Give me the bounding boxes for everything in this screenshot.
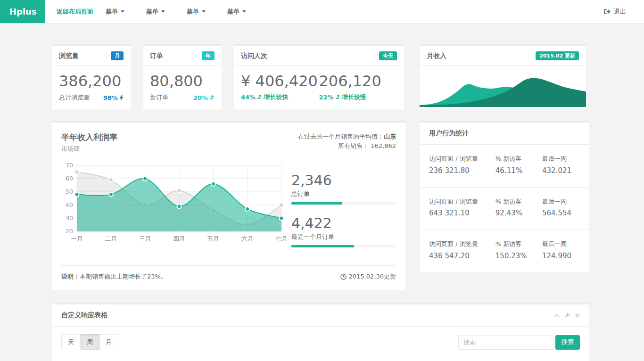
brand-logo[interactable]: Hplus: [0, 0, 45, 23]
stat-card-orders-label: 新订单: [150, 93, 168, 102]
close-icon[interactable]: [575, 313, 580, 318]
chart-subtitle: 市场部: [61, 145, 117, 153]
svg-text:30: 30: [66, 214, 73, 222]
table-panel-title: 自定义响应表格: [61, 311, 107, 320]
nav-menu-4[interactable]: 菜单: [227, 8, 246, 16]
pages-views-label: 访问页面 / 浏览量: [429, 197, 495, 206]
stat-card-visits: 访问人次 今天 ¥ 406,420 44%增长较快 206,120 22%增长较…: [234, 44, 404, 109]
sales-avg-value: 山东: [384, 133, 396, 140]
svg-text:五月: 五月: [207, 235, 219, 242]
user-stats-panel: 用户行为统计 访问页面 / 浏览量236 321.80 % 新访客46.11% …: [420, 121, 589, 272]
svg-text:60: 60: [66, 175, 73, 182]
user-stats-title: 用户行为统计: [420, 123, 589, 145]
caret-down-icon: [242, 10, 246, 13]
clock-icon: [340, 274, 347, 280]
stat-card-visits-value2: 206,120: [319, 72, 397, 90]
stat-card-views-badge: 月: [111, 51, 124, 60]
logout-button[interactable]: 退出: [603, 0, 626, 23]
stat-card-visits-col1: ¥ 406,420 44%增长较快: [241, 72, 319, 101]
period-week-button[interactable]: 周: [81, 334, 99, 350]
svg-text:四月: 四月: [173, 235, 185, 242]
stat-card-visits-trend1-pct: 44%: [241, 94, 256, 101]
stat-card-visits-badge: 今天: [379, 51, 397, 60]
total-orders-progress: [291, 202, 396, 205]
nav-menu-2-label: 菜单: [146, 8, 158, 16]
last-week-value: 124.990: [542, 252, 580, 260]
last-week-value: 564.554: [542, 209, 580, 217]
stat-card-visits-col2: 206,120 22%增长较慢: [319, 72, 397, 101]
nav-menu-4-label: 菜单: [227, 8, 239, 16]
nav-links: 返回布局页面 菜单 菜单 菜单 菜单: [45, 0, 268, 23]
last-week-label: 最后一周: [542, 154, 580, 164]
search-button[interactable]: 搜索: [555, 335, 580, 350]
sales-avg-label: 在过去的一个月销售的平均值：: [298, 133, 384, 140]
collapse-icon[interactable]: [553, 313, 560, 318]
nav-menu-1[interactable]: 菜单: [106, 8, 124, 16]
svg-text:70: 70: [66, 162, 73, 169]
sales-total-label: 所有销售：: [338, 142, 369, 149]
caret-down-icon: [161, 10, 165, 13]
level-up-icon: [335, 94, 340, 100]
income-ratio-card: 半年收入利润率 市场部 在过去的一个月销售的平均值：山东 所有销售： 162,8…: [52, 121, 405, 290]
chart-updated: 2015.02.30更新: [340, 272, 396, 281]
monthly-revenue-area-chart: [420, 67, 586, 107]
back-to-layout-link[interactable]: 返回布局页面: [57, 8, 93, 16]
svg-text:二月: 二月: [105, 235, 117, 242]
responsive-table-panel: 自定义响应表格 天 周 月 搜索: [52, 303, 589, 361]
pages-views-value: 436 547.20: [429, 252, 495, 260]
user-stats-row: 访问页面 / 浏览量643 321.10 % 新访客92.43% 最后一周564…: [420, 188, 589, 230]
period-day-button[interactable]: 天: [61, 334, 81, 350]
stat-card-views-trend: 98%: [103, 94, 118, 101]
pages-views-label: 访问页面 / 浏览量: [429, 239, 495, 249]
chart-updated-text: 2015.02.30更新: [349, 272, 396, 281]
level-up-icon: [209, 95, 215, 100]
nav-menu-3-label: 菜单: [187, 8, 199, 16]
wrench-icon[interactable]: [564, 312, 570, 318]
svg-text:三月: 三月: [139, 235, 151, 242]
last-week-value: 432.021: [542, 166, 580, 175]
month-orders-label: 最近一个月订单: [291, 233, 396, 241]
last-week-label: 最后一周: [542, 197, 580, 206]
svg-text:六月: 六月: [241, 235, 254, 242]
stat-card-views-title: 浏览量: [59, 52, 79, 60]
period-month-button[interactable]: 月: [99, 334, 118, 350]
sign-out-icon: [603, 8, 611, 15]
total-orders-value: 2,346: [291, 172, 396, 189]
search-input[interactable]: [458, 335, 553, 350]
stat-card-views-label: 总计浏览量: [59, 93, 90, 102]
new-visitors-value: 150.23%: [495, 252, 542, 260]
new-visitors-value: 46.11%: [495, 166, 542, 175]
new-visitors-label: % 新访客: [495, 197, 542, 206]
nav-menu-3[interactable]: 菜单: [187, 8, 206, 16]
chart-note-label: 说明：: [61, 273, 80, 280]
stat-card-orders: 订单 年 80,800 新订单 20%: [143, 44, 222, 109]
stat-card-revenue-title: 月收入: [427, 52, 446, 60]
stat-card-revenue-badge: 2015.02 更新: [536, 51, 579, 60]
bolt-icon: [119, 95, 124, 101]
new-visitors-label: % 新访客: [495, 154, 542, 164]
pages-views-value: 236 321.80: [429, 166, 495, 175]
caret-down-icon: [202, 10, 206, 13]
month-orders-value: 4,422: [291, 215, 396, 231]
caret-down-icon: [121, 10, 124, 13]
svg-text:20: 20: [66, 228, 73, 235]
stat-card-views: 浏览量 月 386,200 总计浏览量 98%: [52, 44, 131, 109]
stat-card-visits-value1: ¥ 406,420: [241, 72, 319, 90]
stat-card-visits-trend2-pct: 22%: [319, 94, 334, 101]
stat-card-visits-title: 访问人次: [241, 52, 267, 60]
stat-card-orders-trend: 20%: [193, 94, 208, 101]
new-visitors-label: % 新访客: [495, 239, 542, 249]
chart-title: 半年收入利润率: [61, 132, 117, 143]
period-button-group: 天 周 月: [61, 334, 118, 350]
orders-summary: 2,346 总订单 4,422 最近一个月订单: [291, 162, 396, 258]
svg-text:40: 40: [66, 201, 73, 208]
total-orders-label: 总订单: [291, 190, 396, 198]
last-week-label: 最后一周: [542, 239, 580, 249]
nav-menu-2[interactable]: 菜单: [146, 8, 165, 16]
stat-card-revenue: 月收入 2015.02 更新: [420, 44, 586, 109]
level-up-icon: [257, 94, 262, 100]
stat-card-orders-value: 80,800: [150, 72, 215, 90]
income-ratio-area-chart: 203040506070一月二月三月四月五月六月七月: [61, 162, 288, 244]
logout-label: 退出: [614, 8, 626, 16]
month-orders-progress: [291, 245, 396, 247]
